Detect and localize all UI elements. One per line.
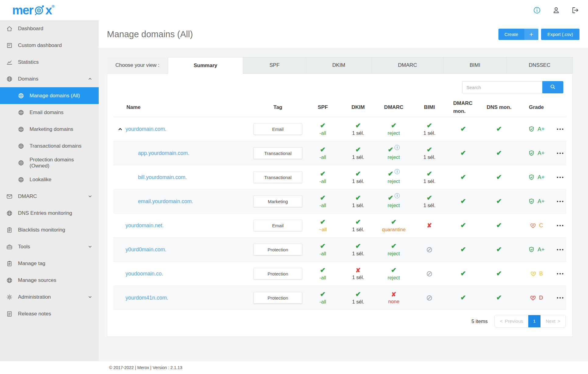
domain-link[interactable]: yourdom41n.com. <box>126 295 168 301</box>
sidebar-item-email-domains[interactable]: Email domains <box>0 104 99 121</box>
search-row <box>107 74 572 93</box>
domain-link[interactable]: yourdomain.com. <box>126 126 166 132</box>
sidebar-item-dashboard[interactable]: Dashboard <box>0 20 99 37</box>
info-icon[interactable] <box>533 6 541 14</box>
tab-dmarc[interactable]: DMARC <box>372 57 444 74</box>
row-actions-button[interactable] <box>556 197 564 206</box>
doc-icon <box>6 42 13 49</box>
row-actions-button[interactable] <box>556 125 564 133</box>
info-icon[interactable]: i <box>395 193 400 198</box>
domains-card: NameTagSPFDKIMDMARCBIMIDMARC mon.DNS mon… <box>107 74 573 337</box>
sidebar-item-domains[interactable]: Domains <box>0 70 99 87</box>
table-row: youdoomain.co.Protection✔-all✘1 sél.✔rej… <box>113 262 566 286</box>
row-actions-button[interactable] <box>556 149 564 157</box>
tag-badge: Protection <box>253 268 302 279</box>
tabs-label: Choose your view : <box>107 57 168 74</box>
globe-icon <box>18 92 24 99</box>
row-actions-button[interactable] <box>556 270 564 278</box>
check-icon: ✔ <box>391 219 396 225</box>
next-arrow: > <box>558 318 560 324</box>
chart-icon <box>6 59 13 66</box>
chevron-down-icon <box>87 194 93 199</box>
globe-icon <box>6 76 13 82</box>
logout-icon[interactable] <box>571 6 579 14</box>
home-icon <box>6 25 13 32</box>
sidebar-item-lookalike[interactable]: Lookalike <box>0 171 99 188</box>
create-button[interactable]: Create + <box>498 29 538 40</box>
logo-target-icon <box>34 4 45 16</box>
grade-letter: A+ <box>537 174 544 181</box>
domain-link[interactable]: bill.yourdomain.com. <box>138 174 187 181</box>
sidebar-item-administration[interactable]: Administration <box>0 289 99 305</box>
sidebar-item-protection-domains-owned[interactable]: Protection domains (Owned) <box>0 154 99 171</box>
info-icon[interactable]: i <box>395 145 400 150</box>
check-icon: ✔ <box>355 146 361 153</box>
row-actions-button[interactable] <box>556 221 564 230</box>
previous-arrow: < <box>500 318 503 324</box>
globe-icon <box>6 277 13 284</box>
sidebar-item-blacklists-monitoring[interactable]: Blacklists monitoring <box>0 221 99 238</box>
collapse-caret-icon[interactable] <box>117 126 123 132</box>
table-header: NameTagSPFDKIMDMARCBIMIDMARC mon.DNS mon… <box>113 98 566 117</box>
tag-badge: Transactional <box>253 171 302 183</box>
previous-page-button[interactable]: < Previous <box>495 315 528 327</box>
domain-link[interactable]: app.yourdomain.com. <box>138 150 189 156</box>
footer: © 2017-2022 | Merox | Version : 2.1.13 <box>0 361 588 374</box>
sidebar-item-marketing-domains[interactable]: Marketing domains <box>0 121 99 138</box>
grade-badge: D <box>530 294 543 301</box>
domain-link[interactable]: y0urd0main.com. <box>126 246 166 253</box>
user-icon[interactable] <box>552 6 560 14</box>
sidebar-item-statistics[interactable]: Statistics <box>0 54 99 70</box>
prohibited-icon: ⊘ <box>426 270 433 278</box>
domain-link[interactable]: youdoomain.co. <box>126 271 163 277</box>
chevron-down-icon <box>87 294 93 300</box>
previous-label: Previous <box>505 318 523 324</box>
current-page-button[interactable]: 1 <box>528 315 540 327</box>
domain-link[interactable]: email.yourdomain.com. <box>138 198 193 205</box>
sidebar-item-tools[interactable]: Tools <box>0 238 99 255</box>
tab-dkim[interactable]: DKIM <box>306 57 372 74</box>
header-actions: Create + Export (.csv) <box>498 29 579 40</box>
status-text: 1 sél. <box>352 227 364 232</box>
registered-mark: ® <box>52 4 55 8</box>
search-button[interactable] <box>542 81 563 93</box>
globe-icon <box>18 109 24 116</box>
logo[interactable]: mer x ® <box>12 4 55 16</box>
export-csv-button[interactable]: Export (.csv) <box>541 29 579 40</box>
sidebar-item-manage-domains-all[interactable]: Manage domains (All) <box>0 87 99 104</box>
info-icon[interactable]: i <box>395 169 400 174</box>
row-actions-button[interactable] <box>556 294 564 302</box>
tab-summary[interactable]: Summary <box>168 57 243 74</box>
check-icon: ✔ <box>460 198 466 205</box>
sidebar-item-dns-entries-monitoring[interactable]: DNS Entries monitoring <box>0 205 99 221</box>
check-icon: ✔ <box>391 122 396 129</box>
tab-dnssec[interactable]: DNSSEC <box>507 57 573 74</box>
sidebar-item-manage-sources[interactable]: Manage sources <box>0 272 99 289</box>
column-header-dmarc: DMARC <box>376 104 412 110</box>
check-icon: ✔ <box>320 267 325 274</box>
tab-bimi[interactable]: BIMI <box>444 57 507 74</box>
sidebar-item-custom-dashboard[interactable]: Custom dashboard <box>0 37 99 54</box>
heart-icon <box>530 294 537 301</box>
check-icon: ✔ <box>460 222 466 229</box>
search-input[interactable] <box>462 81 542 93</box>
sidebar-item-label: DNS Entries monitoring <box>18 210 72 216</box>
status-text: -all <box>319 299 326 305</box>
check-icon: ✔ <box>427 122 432 129</box>
sidebar-item-dmarc[interactable]: DMARC <box>0 188 99 205</box>
row-actions-button[interactable] <box>556 246 564 254</box>
sidebar-item-release-notes[interactable]: Release notes <box>0 305 99 322</box>
sidebar-item-transactional-domains[interactable]: Transactional domains <box>0 138 99 154</box>
check-icon: ✔ <box>496 174 502 181</box>
sidebar-item-label: Tools <box>18 244 30 250</box>
domain-link[interactable]: yourdomain.net. <box>126 222 164 229</box>
check-icon: ✔ <box>496 150 502 156</box>
row-actions-button[interactable] <box>556 173 564 182</box>
clipboard-icon <box>6 260 13 267</box>
tab-spf[interactable]: SPF <box>243 57 306 74</box>
next-page-button[interactable]: Next > <box>540 315 565 327</box>
pager: < Previous 1 Next > <box>494 315 566 328</box>
sidebar-item-label: Manage domains (All) <box>30 93 80 99</box>
sidebar-item-manage-tag[interactable]: Manage tag <box>0 255 99 272</box>
check-icon: ✔ <box>460 294 466 301</box>
